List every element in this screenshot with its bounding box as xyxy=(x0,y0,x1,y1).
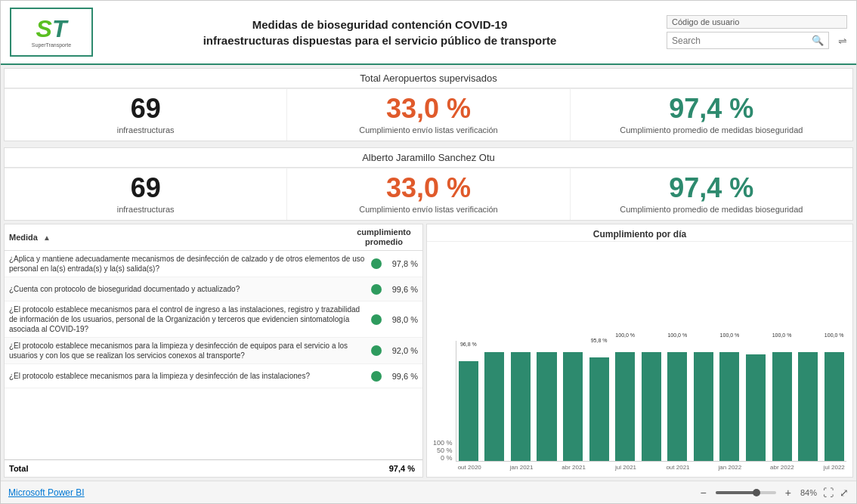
x-axis-label: abr 2021 xyxy=(562,464,586,471)
table-header: Medida ▲ cumplimientopromedio xyxy=(5,224,422,251)
bottom-section: Medida ▲ cumplimientopromedio ¿Aplica y … xyxy=(4,224,853,478)
filter-icon[interactable]: ⇌ xyxy=(838,35,847,47)
main-content: Total Aeropuertos supervisados 69 infrae… xyxy=(1,65,856,481)
x-axis-label: abr 2022 xyxy=(770,464,794,471)
chart-title: Cumplimiento por día xyxy=(427,224,852,242)
bar-group xyxy=(744,340,769,461)
table-row: ¿Cuenta con protocolo de bioseguridad do… xyxy=(5,277,422,301)
table-panel: Medida ▲ cumplimientopromedio ¿Aplica y … xyxy=(4,224,423,478)
bar xyxy=(615,352,635,461)
bar xyxy=(642,352,661,461)
row-text: ¿El protocolo establece mecanismos para … xyxy=(9,341,371,360)
person-stat1: 69 infraestructuras xyxy=(5,169,287,220)
zoom-minus-button[interactable]: − xyxy=(698,487,710,499)
total-section: Total Aeropuertos supervisados 69 infrae… xyxy=(4,68,853,141)
bar-group xyxy=(534,340,559,461)
search-input[interactable] xyxy=(672,36,809,46)
bar-group xyxy=(561,340,586,461)
row-value: 99,6 % xyxy=(385,285,418,294)
footer: Microsoft Power BI − + 84% ⛶ ⤢ xyxy=(1,481,856,503)
total-stat3-number: 97,4 % xyxy=(575,95,848,122)
expand-icon[interactable]: ⤢ xyxy=(840,487,849,499)
zoom-slider-thumb xyxy=(753,489,760,496)
bar-group xyxy=(482,340,507,461)
sort-arrow-icon[interactable]: ▲ xyxy=(43,233,51,242)
person-section: Alberto Jaramillo Sanchez Otu 69 infraes… xyxy=(4,147,853,221)
total-label: Total xyxy=(9,464,389,473)
chart-panel: Cumplimiento por día 100 %50 %0 % 96,8 %… xyxy=(426,224,853,478)
bar xyxy=(772,352,792,461)
row-value: 97,8 % xyxy=(385,259,418,268)
y-axis: 100 %50 %0 % xyxy=(433,439,453,462)
bar-group: 100,0 % xyxy=(821,340,846,461)
bar-group: 100,0 % xyxy=(613,340,638,461)
x-axis-label xyxy=(691,464,716,471)
person-stat3-number: 97,4 % xyxy=(575,175,848,202)
x-axis-label xyxy=(587,464,611,471)
bar xyxy=(746,354,766,461)
codigo-label: Código de usuario xyxy=(667,15,847,29)
total-stat1-number: 69 xyxy=(9,95,282,122)
col-medida-header: Medida ▲ xyxy=(9,233,350,242)
bar-label: 100,0 % xyxy=(825,332,844,338)
table-row: ¿El protocolo establece mecanismos para … xyxy=(5,338,422,364)
brand-link[interactable]: Microsoft Power BI xyxy=(8,487,85,498)
row-indicator-icon xyxy=(371,314,382,325)
fullscreen-icon[interactable]: ⛶ xyxy=(823,487,834,499)
logo-text: ST xyxy=(36,17,67,41)
bar-label: 100,0 % xyxy=(615,332,635,338)
bar xyxy=(589,357,609,461)
person-stats-row: 69 infraestructuras 33,0 % Cumplimiento … xyxy=(5,168,852,220)
total-stat2: 33,0 % Cumplimiento envío listas verific… xyxy=(287,89,570,141)
x-axis-label: jul 2021 xyxy=(614,464,638,471)
bar xyxy=(511,352,531,461)
search-icon: 🔍 xyxy=(812,35,824,46)
bar-group xyxy=(509,340,534,461)
bar xyxy=(667,352,687,461)
bar-label: 100,0 % xyxy=(772,332,792,338)
footer-icons: ⛶ ⤢ xyxy=(823,487,849,499)
bar-group: 96,8 % xyxy=(456,340,481,461)
zoom-plus-button[interactable]: + xyxy=(782,487,794,499)
x-axis-label xyxy=(483,464,507,471)
x-axis-label: jan 2022 xyxy=(718,464,742,471)
bar xyxy=(459,361,478,461)
person-stat1-number: 69 xyxy=(9,175,282,202)
bar-group xyxy=(691,340,716,461)
x-axis-label xyxy=(744,464,768,471)
person-stat2-label: Cumplimiento envío listas verificación xyxy=(292,205,565,214)
bar-group: 100,0 % xyxy=(769,340,794,461)
header-title-area: Medidas de bioseguridad contención COVID… xyxy=(101,17,659,48)
table-row: ¿Aplica y mantiene adecuadamente mecanis… xyxy=(5,251,422,277)
header-right: Código de usuario 🔍 ⇌ xyxy=(667,15,847,49)
row-text: ¿El protocolo establece mecanismos para … xyxy=(9,305,371,334)
person-stat2-number: 33,0 % xyxy=(292,175,565,202)
total-section-header: Total Aeropuertos supervisados xyxy=(5,69,852,88)
x-axis: out 2020jan 2021abr 2021jul 2021out 2021… xyxy=(433,464,846,471)
total-stat2-label: Cumplimiento envío listas verificación xyxy=(292,125,565,135)
bar xyxy=(484,352,504,461)
bar xyxy=(825,352,844,461)
person-stat2: 33,0 % Cumplimiento envío listas verific… xyxy=(287,169,570,220)
row-indicator-icon xyxy=(371,371,382,382)
y-axis-label: 0 % xyxy=(441,454,453,462)
bar xyxy=(798,352,818,461)
bar-group xyxy=(639,340,664,461)
zoom-slider[interactable] xyxy=(716,491,776,494)
zoom-slider-fill xyxy=(716,491,755,494)
row-text: ¿Cuenta con protocolo de bioseguridad do… xyxy=(9,284,371,294)
header-title: Medidas de bioseguridad contención COVID… xyxy=(101,17,659,48)
bar-label: 96,8 % xyxy=(460,342,477,347)
x-axis-label xyxy=(796,464,820,471)
row-indicator-icon xyxy=(371,345,382,356)
row-indicator-icon xyxy=(371,284,382,295)
bar xyxy=(563,352,583,461)
footer-controls: − + 84% ⛶ ⤢ xyxy=(698,487,849,499)
table-row: ¿El protocolo establece mecanismos para … xyxy=(5,301,422,338)
x-axis-label: jan 2021 xyxy=(509,464,534,471)
table-row: ¿El protocolo establece mecanismos para … xyxy=(5,364,422,388)
row-value: 92,0 % xyxy=(385,346,418,355)
bar xyxy=(694,352,713,461)
person-stat1-label: infraestructuras xyxy=(9,205,282,214)
x-axis-label xyxy=(535,464,559,471)
